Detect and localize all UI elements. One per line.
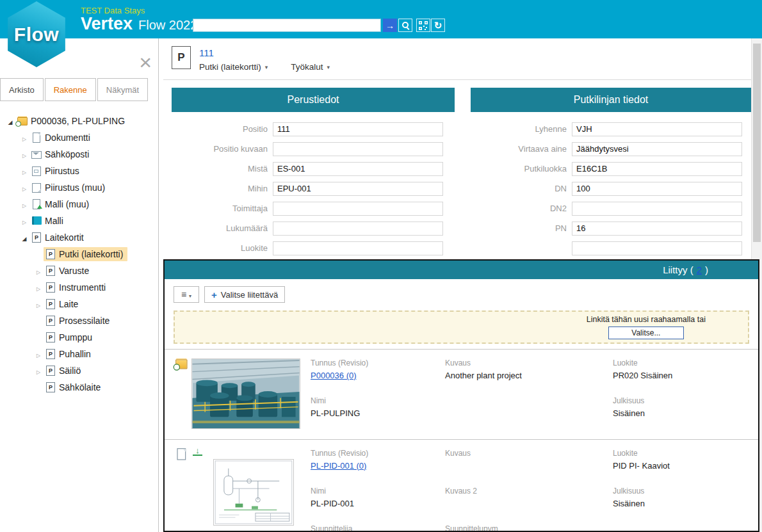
document-icon (175, 447, 188, 461)
field-label: Suunnittelupvm (445, 524, 605, 532)
tree-expand-arrow[interactable] (19, 232, 29, 243)
form-field-input[interactable] (572, 162, 742, 176)
tree-item[interactable]: Prosessilaite (0, 312, 158, 329)
card-type-menu[interactable]: Putki (laitekortti) (199, 62, 268, 72)
form-field-input[interactable] (273, 142, 443, 156)
form-row: Toimittaja (172, 198, 455, 218)
tab-rakenne[interactable]: Rakenne (45, 78, 96, 101)
field-label: Julkisuus (613, 396, 747, 405)
search-go-button[interactable] (383, 19, 397, 32)
field-value[interactable]: PL-PID-001 (0) (311, 461, 439, 471)
search-icon[interactable] (398, 19, 412, 32)
record-menus: Putki (laitekortti) Työkalut (199, 62, 330, 72)
field-label: Kuvaus (445, 449, 605, 458)
field-group: Kuvaus Another plant project (445, 359, 605, 383)
tree-item[interactable]: Varuste (0, 262, 158, 279)
list-menu-button[interactable] (174, 286, 199, 303)
tree-item[interactable]: Putki (laitekortti) (0, 246, 158, 262)
form-field-input[interactable] (572, 222, 742, 236)
form-field-input[interactable] (273, 241, 443, 255)
refresh-icon[interactable] (431, 19, 445, 32)
tab-arkisto[interactable]: Arkisto (0, 78, 44, 101)
tree-item[interactable]: Laite (0, 296, 158, 312)
tree-item[interactable]: Sähkölaite (0, 379, 158, 396)
tree-item[interactable]: Dokumentti (0, 129, 158, 146)
form-field-label: Mistä (172, 164, 273, 173)
scrollbar-thumb[interactable] (753, 44, 761, 242)
pid-thumbnail[interactable] (213, 459, 294, 526)
choose-file-button[interactable]: Valitse... (608, 326, 684, 339)
tree-expand-arrow[interactable] (33, 282, 44, 293)
tree-expand-arrow[interactable] (19, 133, 29, 143)
tools-menu[interactable]: Työkalut (291, 62, 330, 72)
tree-item[interactable]: Piirustus (0, 163, 158, 179)
tree-expand-arrow[interactable] (19, 216, 29, 226)
folder-clock-icon (175, 357, 188, 371)
item-column-3: Luokite PR020 Sisäinen Julkisuus Sisäine… (613, 359, 747, 434)
form-field-input[interactable] (273, 202, 443, 216)
tree-item[interactable]: Piirustus (muu) (0, 179, 158, 196)
form-field-input[interactable] (572, 241, 742, 255)
form-field-input[interactable] (273, 122, 443, 136)
tree-expand-arrow[interactable] (33, 349, 44, 359)
tree-item-label: Malli (muu) (45, 199, 89, 209)
drag-drop-zone[interactable]: Linkitä tähän uusi raahaamalla tai Valit… (174, 310, 749, 344)
related-count-link[interactable]: 2 (697, 264, 702, 275)
tree-expand-arrow[interactable] (19, 199, 29, 209)
tree-item[interactable]: Säiliö (0, 362, 158, 379)
tree-item-label: Malli (45, 216, 63, 226)
tree-item[interactable]: Sähköposti (0, 146, 158, 163)
tree-expand-arrow[interactable] (5, 116, 15, 126)
field-label: Luokite (613, 449, 747, 458)
tree-item-label: Piirustus (muu) (45, 182, 105, 193)
tree-item[interactable]: Puhallin (0, 346, 158, 362)
dialog-toolbar: + Valitse liitettävä (165, 279, 758, 309)
close-icon[interactable]: × (139, 51, 152, 73)
form-field-input[interactable] (273, 222, 443, 236)
sidebar: × ArkistoRakenneNäkymät P000036, PL-PULP… (0, 38, 159, 532)
related-item-row[interactable]: Tunnus (Revisio) PL-PID-001 (0) Nimi PL-… (165, 439, 758, 532)
tree-expand-arrow[interactable] (19, 166, 29, 176)
field-group: Suunnittelija (311, 524, 439, 532)
form-field-input[interactable] (572, 202, 742, 216)
tree-expand-arrow[interactable] (33, 299, 44, 309)
download-icon[interactable] (193, 446, 202, 456)
tree-expand-arrow[interactable] (19, 182, 29, 193)
form-field-input[interactable] (273, 182, 443, 196)
field-label: Nimi (311, 487, 439, 496)
tree-expand-arrow[interactable] (33, 366, 44, 376)
form-field-input[interactable] (572, 142, 742, 156)
plant-thumbnail[interactable] (191, 359, 300, 429)
tree-item[interactable]: Laitekortit (0, 229, 158, 246)
form-field-input[interactable] (572, 182, 742, 196)
add-link-button[interactable]: + Valitse liitettävä (204, 286, 285, 303)
field-value: PR020 Sisäinen (613, 371, 747, 380)
field-group: Tunnus (Revisio) P000036 (0) (311, 359, 439, 383)
tree-item-icon (45, 348, 56, 360)
form-field-input[interactable] (273, 162, 443, 176)
field-label: Tunnus (Revisio) (311, 359, 439, 367)
form-row: Luokite (172, 238, 455, 258)
tree-item-label: Prosessilaite (59, 316, 109, 326)
barcode-glyph (419, 21, 428, 30)
tree-item[interactable]: Malli (0, 213, 158, 229)
panel-rows: Positio Positio kuvaan Mistä Mihin Toimi… (172, 112, 455, 258)
form-field-label: DN (471, 184, 572, 193)
global-search-input[interactable] (193, 19, 381, 32)
barcode-icon[interactable] (416, 19, 430, 32)
form-row: Mistä (172, 159, 455, 179)
field-group: Luokite PR020 Sisäinen (613, 359, 747, 383)
tree-item[interactable]: Pumppu (0, 329, 158, 346)
tree-item[interactable]: Malli (muu) (0, 196, 158, 213)
tab-näkymät[interactable]: Näkymät (97, 78, 148, 101)
tree-expand-arrow[interactable] (33, 266, 44, 276)
panel-rows: Lyhenne Virtaava aine Putkiluokka DN DN2… (471, 112, 751, 258)
related-item-row[interactable]: Tunnus (Revisio) P000036 (0) Nimi PL-PUL… (165, 349, 758, 439)
field-value[interactable]: P000036 (0) (311, 371, 439, 380)
tree-expand-arrow[interactable] (19, 149, 29, 159)
tree-item[interactable]: P000036, PL-PULPING (0, 113, 158, 129)
tree-item[interactable]: Instrumentti (0, 279, 158, 296)
form-field-label: Lyhenne (471, 124, 572, 134)
plant-3d-render (192, 359, 300, 428)
form-field-input[interactable] (572, 122, 742, 136)
